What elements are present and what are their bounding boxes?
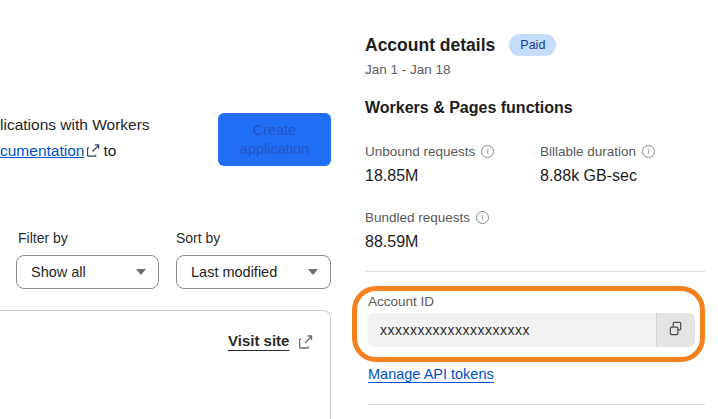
sort-dropdown-value: Last modified (191, 264, 277, 280)
intro-line2-text: to (103, 142, 116, 159)
filter-by-label: Filter by (18, 230, 68, 246)
account-id-field-group (368, 313, 695, 347)
chevron-down-icon (136, 269, 146, 275)
metric-label-text: Unbound requests (365, 144, 475, 159)
intro-line2: cumentationto (0, 138, 215, 164)
external-link-icon (87, 139, 100, 152)
metric-label-text: Billable duration (540, 144, 636, 159)
chevron-down-icon (308, 269, 318, 275)
create-application-button[interactable]: Create application (218, 113, 331, 166)
info-icon[interactable]: i (642, 145, 655, 158)
metric-value-unbound-requests: 18.85M (365, 167, 418, 185)
metric-label-billable-duration: Billable duration i (540, 144, 655, 159)
visit-site-row: Visit site (228, 332, 315, 349)
account-details-title: Account details (365, 35, 495, 56)
project-card (0, 310, 331, 419)
metric-label-bundled-requests: Bundled requests i (365, 210, 489, 225)
filter-dropdown[interactable]: Show all (16, 255, 159, 289)
intro-line1: lications with Workers (0, 112, 215, 138)
metric-value-bundled-requests: 88.59M (365, 233, 418, 251)
functions-section-title: Workers & Pages functions (365, 99, 573, 117)
divider (365, 271, 705, 272)
sort-dropdown[interactable]: Last modified (176, 255, 331, 289)
documentation-link[interactable]: cumentation (0, 142, 84, 159)
info-icon[interactable]: i (481, 145, 494, 158)
intro-text: lications with Workers cumentationto (0, 112, 215, 164)
external-link-icon (299, 335, 312, 348)
info-icon[interactable]: i (476, 211, 489, 224)
divider (368, 404, 705, 405)
intro-line1-text: lications with Workers (0, 116, 150, 133)
metric-label-unbound-requests: Unbound requests i (365, 144, 494, 159)
plan-badge: Paid (509, 34, 556, 56)
visit-site-link[interactable]: Visit site (228, 332, 289, 349)
copy-icon (669, 321, 684, 339)
sort-by-label: Sort by (176, 230, 220, 246)
manage-api-tokens-link[interactable]: Manage API tokens (368, 366, 494, 382)
metric-label-text: Bundled requests (365, 210, 470, 225)
account-id-input[interactable] (368, 313, 656, 347)
filter-dropdown-value: Show all (31, 264, 86, 280)
account-details-header: Account details Paid (365, 34, 556, 56)
account-id-label: Account ID (368, 294, 434, 309)
metric-value-billable-duration: 8.88k GB-sec (540, 167, 637, 185)
copy-account-id-button[interactable] (656, 313, 695, 347)
date-range: Jan 1 - Jan 18 (365, 62, 451, 77)
